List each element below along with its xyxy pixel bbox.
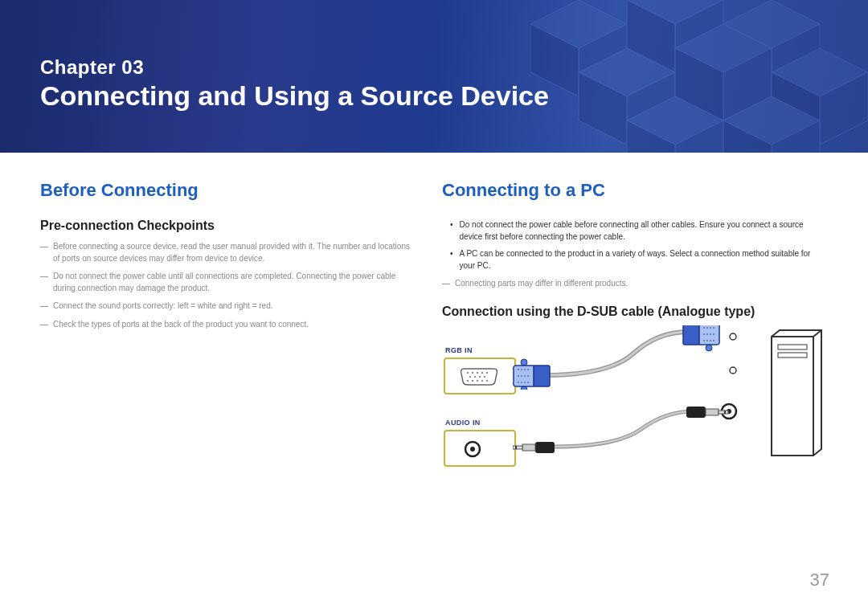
bullet-text: A PC can be connected to the product in … [460,247,828,272]
svg-point-50 [710,340,711,341]
bullet-icon: • [442,247,453,272]
checkpoint-item: ― Connect the sound ports correctly: lef… [40,300,418,313]
svg-point-45 [706,333,708,335]
svg-point-42 [710,327,711,329]
bullet-icon: • [442,219,453,243]
dash-icon: ― [40,300,48,313]
dash-icon: ― [40,271,48,294]
svg-point-3 [481,372,483,374]
svg-rect-56 [686,407,706,418]
svg-point-2 [477,372,478,374]
svg-point-28 [527,369,529,370]
svg-point-48 [703,340,705,341]
svg-point-44 [703,333,705,335]
cube-pattern-decoration [530,0,868,153]
svg-rect-55 [515,446,517,449]
audio-cable-icon [513,405,730,453]
checkpoint-item: ― Before connecting a source device, rea… [40,241,418,264]
svg-point-0 [467,372,469,374]
svg-point-23 [521,359,527,366]
svg-point-34 [521,382,522,383]
chapter-title: Connecting and Using a Source Device [40,80,549,112]
svg-point-51 [713,340,714,341]
svg-point-35 [524,382,526,383]
svg-point-6 [474,376,476,378]
rgb-port-icon [445,359,516,394]
svg-point-10 [472,380,473,382]
svg-point-40 [703,327,705,329]
svg-point-5 [469,376,471,378]
svg-point-31 [524,375,526,377]
dash-icon: ― [40,319,48,331]
subheading-checkpoints: Pre-connection Checkpoints [40,219,418,233]
chapter-header: Chapter 03 Connecting and Using a Source… [0,0,868,153]
page-number: 37 [810,570,829,591]
audio-in-label: AUDIO IN [445,419,481,427]
svg-point-19 [730,367,736,374]
checkpoint-text: Before connecting a source device, read … [53,241,418,264]
manual-page: Chapter 03 Connecting and Using a Source… [0,0,868,613]
vga-cable-icon [513,325,730,390]
svg-point-43 [713,327,714,329]
svg-rect-54 [513,446,522,449]
dash-icon: ― [442,278,450,290]
connection-diagram: RGB IN AUDIO IN [442,329,828,505]
rgb-in-label: RGB IN [445,346,473,354]
svg-point-33 [518,382,519,383]
audio-port-icon [445,431,516,467]
checkpoint-item: ― Do not connect the power cable until a… [40,271,418,294]
note-text: Connecting parts may differ in different… [455,278,628,290]
svg-point-1 [472,372,473,374]
bullet-item: • A PC can be connected to the product i… [442,247,828,272]
svg-point-4 [486,372,488,374]
svg-point-46 [710,333,711,335]
svg-rect-52 [535,442,555,453]
bullet-item: • Do not connect the power cable before … [442,219,828,243]
svg-rect-37 [683,325,699,345]
svg-rect-22 [534,366,550,386]
svg-point-41 [706,327,708,329]
audio-in-port-box [444,430,516,467]
pc-tower-icon [764,329,825,473]
subheading-dsub: Connection using the D-SUB cable (Analog… [442,304,828,319]
svg-point-8 [484,376,485,378]
svg-rect-57 [706,409,719,415]
svg-point-26 [521,369,522,370]
checkpoint-text: Check the types of ports at the back of … [53,319,309,331]
chapter-number-label: Chapter 03 [40,56,549,79]
section-heading-before-connecting: Before Connecting [40,180,418,201]
left-column: Before Connecting Pre-connection Checkpo… [40,180,418,505]
svg-point-47 [713,333,714,335]
checkpoint-text: Connect the sound ports correctly: left … [53,300,272,313]
svg-point-25 [518,369,519,370]
checkpoint-text: Do not connect the power cable until all… [53,271,418,294]
svg-point-15 [470,447,475,452]
svg-point-49 [706,340,708,341]
svg-point-30 [521,375,522,377]
right-column: Connecting to a PC • Do not connect the … [442,180,828,505]
svg-point-39 [706,345,712,351]
svg-point-13 [486,380,488,382]
svg-point-36 [527,382,529,383]
bullet-text: Do not connect the power cable before co… [460,219,828,243]
svg-point-9 [467,380,469,382]
svg-point-32 [527,375,529,377]
svg-rect-58 [719,411,728,414]
svg-rect-59 [724,411,726,414]
svg-rect-53 [522,444,535,451]
checkpoint-item: ― Check the types of ports at the back o… [40,319,418,331]
section-heading-connecting-pc: Connecting to a PC [442,180,828,201]
svg-point-11 [477,380,478,382]
svg-point-27 [524,369,526,370]
rgb-in-port-box [444,358,516,394]
svg-point-7 [479,376,481,378]
dash-icon: ― [40,241,48,264]
note-item: ― Connecting parts may differ in differe… [442,278,828,290]
svg-point-18 [730,333,736,340]
svg-point-29 [518,375,519,377]
svg-point-12 [481,380,483,382]
